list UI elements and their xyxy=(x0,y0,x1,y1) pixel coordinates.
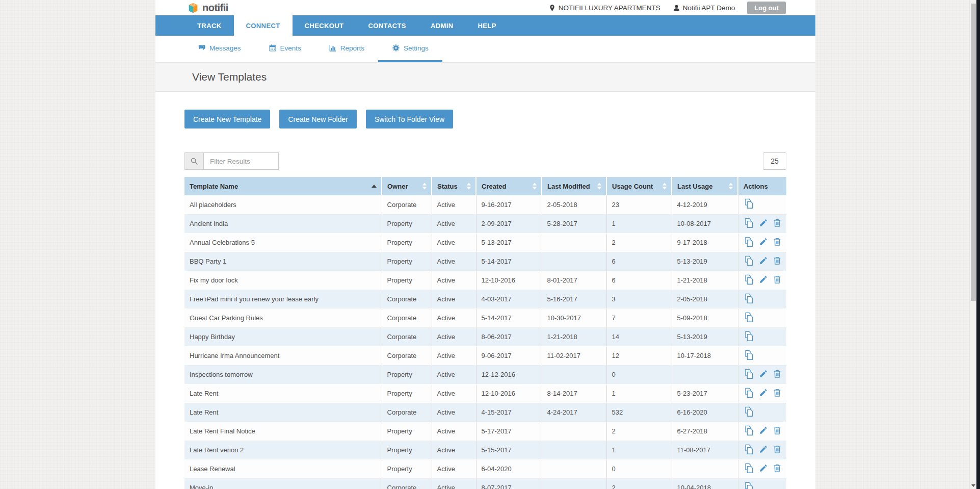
column-header-template-name[interactable]: Template Name xyxy=(184,177,382,195)
switch-to-folder-view-button[interactable]: Switch To Folder View xyxy=(366,110,453,128)
delete-template-button[interactable] xyxy=(773,445,782,455)
edit-template-button[interactable] xyxy=(759,256,768,267)
usage-count-cell: 1 xyxy=(606,441,672,459)
scrollbar-down-arrow[interactable] xyxy=(971,484,975,487)
column-header-last-modified[interactable]: Last Modified xyxy=(542,177,606,195)
column-header-last-usage[interactable]: Last Usage xyxy=(672,177,738,195)
subnav-item-messages[interactable]: Messages xyxy=(184,36,255,62)
reports-icon xyxy=(329,44,337,52)
sort-arrows-icon xyxy=(597,183,601,190)
column-header-usage-count[interactable]: Usage Count xyxy=(606,177,672,195)
last-modified-cell xyxy=(542,422,606,441)
copy-icon xyxy=(744,369,754,381)
logo-text: notifii xyxy=(202,3,228,13)
location-pin-icon xyxy=(548,4,556,12)
usage-count-cell: 6 xyxy=(606,252,672,271)
last-usage-cell: 6-27-2018 xyxy=(672,422,738,441)
column-header-created[interactable]: Created xyxy=(476,177,542,195)
subnav-item-settings[interactable]: Settings xyxy=(378,36,442,62)
copy-icon xyxy=(744,237,754,249)
template-name-cell: Free iPad mini if you renew your lease e… xyxy=(184,290,382,308)
copy-template-button[interactable] xyxy=(744,444,754,456)
subnav-item-events[interactable]: Events xyxy=(255,36,315,62)
edit-template-button[interactable] xyxy=(759,218,768,229)
edit-template-button[interactable] xyxy=(759,237,768,248)
delete-template-button[interactable] xyxy=(773,369,782,380)
copy-icon xyxy=(744,218,754,230)
copy-template-button[interactable] xyxy=(744,293,754,305)
delete-icon xyxy=(773,464,782,474)
copy-template-button[interactable] xyxy=(744,388,754,400)
delete-template-button[interactable] xyxy=(773,464,782,474)
column-label: Usage Count xyxy=(612,183,653,190)
created-cell: 12-10-2016 xyxy=(476,271,542,290)
created-cell: 12-10-2016 xyxy=(476,384,542,403)
column-label: Last Usage xyxy=(677,183,712,190)
scrollbar-thumb[interactable] xyxy=(971,4,976,301)
last-usage-cell xyxy=(672,459,738,478)
edit-template-button[interactable] xyxy=(759,369,768,380)
filter-results-input[interactable] xyxy=(204,152,279,170)
page-scrollbar[interactable] xyxy=(969,0,976,489)
copy-template-button[interactable] xyxy=(744,237,754,249)
table-row: Move-inCorporateActive8-07-2017210-04-20… xyxy=(184,478,786,489)
edit-template-button[interactable] xyxy=(759,388,768,399)
copy-template-button[interactable] xyxy=(744,331,754,343)
owner-cell: Property xyxy=(382,384,432,403)
tab-admin[interactable]: ADMIN xyxy=(418,15,466,36)
delete-template-button[interactable] xyxy=(773,218,782,229)
table-row: Lease RenewalPropertyActive6-04-20200 xyxy=(184,459,786,478)
search-icon xyxy=(184,152,204,170)
copy-template-button[interactable] xyxy=(744,218,754,230)
last-usage-cell: 10-17-2018 xyxy=(672,346,738,365)
copy-template-button[interactable] xyxy=(744,425,754,437)
column-header-owner[interactable]: Owner xyxy=(382,177,432,195)
settings-icon xyxy=(392,44,400,52)
copy-template-button[interactable] xyxy=(744,369,754,381)
last-usage-cell: 5-23-2017 xyxy=(672,384,738,403)
edit-template-button[interactable] xyxy=(759,464,768,474)
copy-template-button[interactable] xyxy=(744,312,754,324)
create-new-folder-button[interactable]: Create New Folder xyxy=(279,110,357,128)
column-header-status[interactable]: Status xyxy=(432,177,476,195)
tab-track[interactable]: TRACK xyxy=(185,15,234,36)
actions-cell xyxy=(738,195,786,214)
delete-template-button[interactable] xyxy=(773,426,782,436)
current-user: Notifii APT Demo xyxy=(673,4,735,12)
copy-icon xyxy=(744,255,754,268)
tab-help[interactable]: HELP xyxy=(466,15,509,36)
create-new-template-button[interactable]: Create New Template xyxy=(184,110,270,128)
tab-checkout[interactable]: CHECKOUT xyxy=(293,15,356,36)
table-header: Template NameOwnerStatusCreatedLast Modi… xyxy=(184,177,786,195)
delete-template-button[interactable] xyxy=(773,388,782,399)
created-cell: 9-06-2017 xyxy=(476,346,542,365)
edit-icon xyxy=(759,275,768,286)
page-size-input[interactable] xyxy=(763,152,786,170)
tab-connect[interactable]: CONNECT xyxy=(234,15,293,36)
copy-template-button[interactable] xyxy=(744,463,754,475)
edit-template-button[interactable] xyxy=(759,445,768,455)
copy-template-button[interactable] xyxy=(744,255,754,268)
copy-template-button[interactable] xyxy=(744,350,754,362)
notifii-logo[interactable]: notifii xyxy=(187,2,228,14)
copy-template-button[interactable] xyxy=(744,274,754,287)
delete-template-button[interactable] xyxy=(773,237,782,248)
owner-cell: Corporate xyxy=(382,308,432,327)
edit-icon xyxy=(759,218,768,229)
delete-icon xyxy=(773,237,782,248)
tab-contacts[interactable]: CONTACTS xyxy=(356,15,418,36)
template-name-cell: Fix my door lock xyxy=(184,271,382,290)
actions-cell xyxy=(738,327,786,346)
actions-cell xyxy=(738,290,786,308)
edit-template-button[interactable] xyxy=(759,275,768,286)
created-cell: 5-17-2017 xyxy=(476,422,542,441)
copy-template-button[interactable] xyxy=(744,482,754,489)
delete-template-button[interactable] xyxy=(773,275,782,286)
edit-template-button[interactable] xyxy=(759,426,768,436)
copy-template-button[interactable] xyxy=(744,198,754,211)
delete-template-button[interactable] xyxy=(773,256,782,267)
last-usage-cell: 10-04-2018 xyxy=(672,478,738,489)
logout-button[interactable]: Log out xyxy=(747,2,786,14)
copy-template-button[interactable] xyxy=(744,406,754,419)
subnav-item-reports[interactable]: Reports xyxy=(315,36,378,62)
